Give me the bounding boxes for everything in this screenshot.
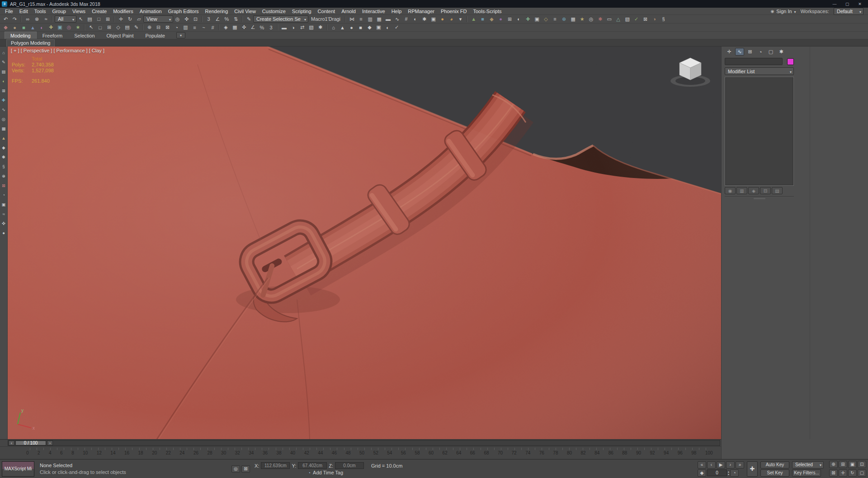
frame-tick-label[interactable]: 58 bbox=[415, 450, 420, 455]
go-to-start-button[interactable]: « bbox=[698, 461, 706, 469]
frame-tick-label[interactable]: 4 bbox=[49, 450, 52, 455]
frame-tick-label[interactable]: 80 bbox=[567, 450, 572, 455]
zoom-all-button[interactable]: ⊞ bbox=[839, 461, 847, 468]
menu-arnold[interactable]: Arnold bbox=[338, 9, 359, 14]
left-dock-icon-20[interactable]: ● bbox=[0, 230, 7, 236]
select-by-name-icon[interactable]: ▤ bbox=[85, 15, 94, 23]
current-frame-field[interactable] bbox=[707, 469, 727, 476]
render-iterative-icon[interactable]: ◕ bbox=[447, 15, 456, 23]
toolbar2-icon-39[interactable]: ◆ bbox=[365, 24, 374, 31]
object-color-swatch[interactable] bbox=[787, 58, 794, 65]
toolbar2-icon-25[interactable]: ▦ bbox=[231, 24, 239, 31]
left-dock-icon-18[interactable]: ≈ bbox=[0, 211, 7, 217]
maxscript-mini-listener[interactable]: MAXScript Mi bbox=[2, 461, 34, 477]
frame-tick-label[interactable]: 18 bbox=[138, 450, 143, 455]
frame-tick-label[interactable]: 10 bbox=[83, 450, 88, 455]
select-and-manipulate-icon[interactable]: ✜ bbox=[182, 15, 191, 23]
ribbon-tab-selection[interactable]: Selection bbox=[68, 32, 100, 39]
toolbar2-icon-41[interactable]: ◐ bbox=[383, 24, 392, 31]
unlink-selection-icon[interactable]: ⊗ bbox=[33, 15, 41, 23]
select-and-rotate-icon[interactable]: ↻ bbox=[126, 15, 134, 23]
viewport[interactable]: x y [ + ] [ Perspective ] [ Performance … bbox=[8, 47, 721, 439]
frame-tick-label[interactable]: 8 bbox=[71, 450, 74, 455]
plugin-icon-12[interactable]: ▦ bbox=[569, 15, 577, 23]
frame-tick-label[interactable]: 70 bbox=[498, 450, 503, 455]
plugin-icon-14[interactable]: ◎ bbox=[587, 15, 595, 23]
plugin-icon-15[interactable]: ✱ bbox=[596, 15, 604, 23]
hierarchy-tab[interactable]: ⊞ bbox=[745, 48, 755, 56]
plugin-icon-10[interactable]: ≡ bbox=[551, 15, 559, 23]
menu-animation[interactable]: Animation bbox=[137, 9, 165, 14]
frame-tick-label[interactable]: 100 bbox=[705, 450, 713, 455]
toolbar2-icon-16[interactable]: ⊕ bbox=[145, 24, 154, 31]
ribbon-toggle-icon[interactable]: ▬ bbox=[384, 15, 392, 23]
menu-content[interactable]: Content bbox=[315, 9, 339, 14]
frame-tick-label[interactable]: 12 bbox=[97, 450, 102, 455]
toolbar2-icon-6[interactable]: ✚ bbox=[47, 24, 55, 31]
toolbar2-icon-33[interactable]: ▧ bbox=[307, 24, 316, 31]
pan-button[interactable]: ✛ bbox=[839, 469, 847, 477]
next-frame-button[interactable]: › bbox=[47, 441, 53, 445]
menu-phoenix-fd[interactable]: Phoenix FD bbox=[438, 9, 470, 14]
toolbar2-icon-29[interactable]: 3 bbox=[267, 24, 275, 31]
menu-edit[interactable]: Edit bbox=[16, 9, 31, 14]
angle-snap-icon[interactable]: ∠ bbox=[213, 15, 222, 23]
frame-tick-label[interactable]: 92 bbox=[650, 450, 655, 455]
toolbar2-icon-1[interactable]: ◆ bbox=[1, 24, 10, 31]
left-dock-icon-4[interactable]: ◐ bbox=[0, 78, 7, 84]
plugin-icon-19[interactable]: ✓ bbox=[632, 15, 641, 23]
left-dock-icon-9[interactable]: ▦ bbox=[0, 125, 7, 131]
show-end-result-button[interactable]: ▥ bbox=[736, 187, 747, 194]
frame-tick-label[interactable]: 76 bbox=[539, 450, 544, 455]
time-slider-track[interactable]: ‹ 0 / 100 › bbox=[8, 440, 720, 446]
frame-tick-label[interactable]: 0 bbox=[26, 450, 29, 455]
toolbar2-icon-36[interactable]: ▲ bbox=[338, 24, 347, 31]
plugin-icon-2[interactable]: ■ bbox=[478, 15, 487, 23]
left-dock-icon-13[interactable]: § bbox=[0, 163, 7, 169]
y-coordinate-field[interactable]: 67.402cm bbox=[298, 462, 327, 469]
z-coordinate-field[interactable]: 0.0cm bbox=[335, 462, 364, 469]
plugin-icon-4[interactable]: ● bbox=[496, 15, 505, 23]
toolbar2-icon-10[interactable]: ↖ bbox=[87, 24, 95, 31]
toolbar2-icon-38[interactable]: ■ bbox=[356, 24, 365, 31]
auto-key-button[interactable]: Auto Key bbox=[760, 461, 789, 469]
go-to-end-button[interactable]: » bbox=[736, 461, 744, 469]
menu-views[interactable]: Views bbox=[69, 9, 89, 14]
frame-tick-label[interactable]: 42 bbox=[304, 450, 309, 455]
frame-tick-label[interactable]: 34 bbox=[249, 450, 254, 455]
frame-tick-label[interactable]: 82 bbox=[581, 450, 586, 455]
menu-customize[interactable]: Customize bbox=[259, 9, 289, 14]
menu-civil-view[interactable]: Civil View bbox=[231, 9, 259, 14]
plugin-icon-16[interactable]: ▭ bbox=[605, 15, 613, 23]
layer-explorer-icon[interactable]: ▥ bbox=[366, 15, 374, 23]
zoom-extents-button[interactable]: ▣ bbox=[848, 461, 857, 468]
object-name-field[interactable] bbox=[725, 58, 783, 65]
schematic-view-icon[interactable]: # bbox=[402, 15, 410, 23]
left-dock-icon-7[interactable]: ∿ bbox=[0, 106, 7, 112]
selection-set-dropdown[interactable]: Selected bbox=[792, 461, 824, 469]
menu-tools-scripts[interactable]: Tools-Scripts bbox=[470, 9, 505, 14]
edit-named-selection-sets-icon[interactable]: ✎ bbox=[245, 15, 253, 23]
undo-icon[interactable]: ↶ bbox=[1, 15, 10, 23]
configure-modifier-sets-button[interactable]: ▤ bbox=[772, 187, 783, 194]
toolbar2-icon-24[interactable]: ◈ bbox=[222, 24, 230, 31]
sign-in-button[interactable]: ◉ Sign In bbox=[771, 9, 796, 14]
plugin-icon-3[interactable]: ◆ bbox=[487, 15, 496, 23]
bind-to-space-warp-icon[interactable]: ≈ bbox=[42, 15, 50, 23]
frame-tick-label[interactable]: 52 bbox=[373, 450, 378, 455]
reference-coordinate-dropdown[interactable]: View bbox=[143, 15, 173, 23]
toolbar2-icon-5[interactable]: ◐ bbox=[38, 24, 46, 31]
frame-tick-label[interactable]: 86 bbox=[609, 450, 613, 455]
x-coordinate-field[interactable]: 112.639cm bbox=[261, 462, 290, 469]
left-dock-icon-5[interactable]: ⊞ bbox=[0, 87, 7, 94]
frame-tick-label[interactable]: 30 bbox=[221, 450, 226, 455]
frame-spinner[interactable] bbox=[728, 470, 729, 476]
menu-help[interactable]: Help bbox=[388, 9, 405, 14]
toolbar2-icon-8[interactable]: ◎ bbox=[65, 24, 73, 31]
toolbar2-icon-2[interactable]: ● bbox=[10, 24, 19, 31]
menu-scripting[interactable]: Scripting bbox=[289, 9, 315, 14]
maximize-button[interactable]: ▢ bbox=[841, 0, 854, 7]
plugin-icon-17[interactable]: △ bbox=[614, 15, 623, 23]
ribbon-tab-populate[interactable]: Populate bbox=[139, 32, 170, 39]
menu-tools[interactable]: Tools bbox=[31, 9, 49, 14]
